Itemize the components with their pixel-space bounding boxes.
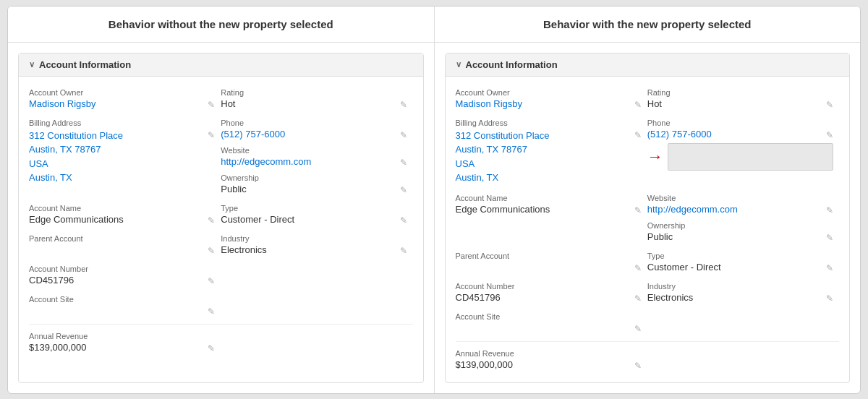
right-panel-title: Account Information [466, 59, 558, 70]
left-website-row: http://edgecomm.com ✎ [221, 156, 407, 168]
left-annual-revenue-edit-icon[interactable]: ✎ [208, 343, 215, 353]
columns-wrapper: Behavior without the new property select… [8, 7, 860, 393]
right-rating-label: Rating [647, 88, 833, 97]
right-ownership-value: Public [647, 231, 673, 242]
left-billing-label: Billing Address [29, 119, 215, 127]
right-account-number-value: CD451796 [456, 292, 501, 303]
right-website-value[interactable]: http://edgecomm.com [647, 204, 738, 215]
right-ownership-edit-icon[interactable]: ✎ [826, 233, 833, 243]
right-phone-label: Phone [647, 119, 833, 127]
left-annual-revenue-value: $139,000,000 [29, 342, 87, 353]
right-annual-revenue-label: Annual Revenue [456, 349, 642, 358]
right-account-number-row: CD451796 ✎ [456, 292, 642, 304]
left-type-edit-icon[interactable]: ✎ [400, 215, 407, 226]
right-chevron-icon: ∨ [456, 60, 461, 69]
left-phone-value[interactable]: (512) 757-6000 [221, 129, 285, 140]
right-type-field: Type Customer - Direct ✎ [647, 247, 839, 278]
right-account-name-edit-icon[interactable]: ✎ [634, 205, 642, 215]
left-filler3 [221, 327, 412, 358]
left-panel-title: Account Information [39, 59, 131, 70]
right-industry-value: Electronics [647, 292, 694, 303]
left-account-site-row: ✎ [29, 305, 215, 317]
right-account-number-label: Account Number [456, 282, 642, 291]
left-account-owner-value[interactable]: Madison Rigsby [29, 98, 96, 109]
left-website-value[interactable]: http://edgecomm.com [221, 156, 311, 167]
left-rating-field: Rating Hot ✎ [221, 84, 412, 114]
left-billing-value[interactable]: 312 Constitution Place Austin, TX 78767 … [29, 129, 123, 185]
left-billing-edit-icon[interactable]: ✎ [208, 130, 215, 140]
left-phone-row: (512) 757-6000 ✎ [221, 129, 407, 140]
left-account-name-value: Edge Communications [29, 214, 124, 225]
left-account-site-label: Account Site [29, 295, 215, 304]
left-industry-field: Industry Electronics ✎ [221, 230, 412, 260]
right-parent-account-edit-icon[interactable]: ✎ [634, 263, 642, 273]
right-industry-edit-icon[interactable]: ✎ [826, 293, 833, 304]
left-phone-label: Phone [221, 119, 407, 127]
left-account-number-field: Account Number CD451796 ✎ [29, 260, 221, 291]
left-phone-edit-icon[interactable]: ✎ [400, 130, 407, 140]
right-account-name-label: Account Name [456, 194, 642, 202]
left-account-number-value: CD451796 [29, 275, 74, 286]
left-account-name-edit-icon[interactable]: ✎ [208, 215, 215, 226]
right-phone-edit-icon[interactable]: ✎ [826, 130, 833, 140]
left-type-label: Type [221, 204, 407, 213]
left-account-name-label: Account Name [29, 204, 215, 213]
left-annual-revenue-row: $139,000,000 ✎ [29, 342, 215, 353]
left-account-number-label: Account Number [29, 265, 215, 273]
right-annual-revenue-row: $139,000,000 ✎ [456, 359, 642, 371]
right-phone-highlight-col: Phone (512) 757-6000 ✎ → [647, 114, 839, 189]
left-panel-body: Account Owner Madison Rigsby ✎ Rating Ho… [19, 77, 423, 365]
right-parent-account-row: ✎ [456, 262, 642, 273]
left-parent-account-edit-icon[interactable]: ✎ [208, 246, 215, 256]
left-column-header: Behavior without the new property select… [8, 7, 434, 43]
left-billing-row: 312 Constitution Place Austin, TX 78767 … [29, 129, 215, 185]
right-account-owner-label: Account Owner [456, 88, 642, 97]
left-ownership-row: Public ✎ [221, 184, 407, 195]
left-industry-value: Electronics [221, 244, 267, 255]
left-annual-revenue-field: Annual Revenue $139,000,000 ✎ [29, 327, 221, 358]
main-container: Behavior without the new property select… [7, 6, 861, 394]
right-account-number-field: Account Number CD451796 ✎ [456, 278, 647, 308]
left-website-label: Website [221, 146, 407, 155]
right-account-name-field: Account Name Edge Communications ✎ [456, 189, 647, 247]
left-parent-account-label: Parent Account [29, 234, 215, 243]
right-panel: ∨ Account Information Account Owner Madi… [445, 53, 851, 383]
right-account-name-row: Edge Communications ✎ [456, 204, 642, 215]
left-rating-edit-icon[interactable]: ✎ [400, 100, 407, 110]
left-panel: ∨ Account Information Account Owner Madi… [18, 53, 424, 383]
left-account-owner-edit-icon[interactable]: ✎ [208, 100, 215, 110]
left-parent-account-row: ✎ [29, 244, 215, 256]
left-column: Behavior without the new property select… [8, 7, 435, 393]
left-website-edit-icon[interactable]: ✎ [400, 158, 407, 168]
right-account-owner-value[interactable]: Madison Rigsby [456, 98, 523, 109]
left-ownership-edit-icon[interactable]: ✎ [400, 185, 407, 195]
right-panel-header: ∨ Account Information [446, 53, 850, 77]
right-type-row: Customer - Direct ✎ [647, 262, 833, 273]
left-industry-row: Electronics ✎ [221, 244, 407, 256]
left-rating-label: Rating [221, 88, 407, 97]
right-annual-revenue-edit-icon[interactable]: ✎ [634, 361, 642, 371]
right-website-edit-icon[interactable]: ✎ [826, 205, 833, 215]
left-account-owner-field: Account Owner Madison Rigsby ✎ [29, 84, 221, 114]
left-account-name-row: Edge Communications ✎ [29, 214, 215, 226]
right-industry-label: Industry [647, 282, 833, 291]
left-industry-label: Industry [221, 234, 407, 243]
right-website-row: http://edgecomm.com ✎ [647, 204, 833, 215]
left-account-site-edit-icon[interactable]: ✎ [208, 306, 215, 317]
right-rating-row: Hot ✎ [647, 98, 833, 110]
right-parent-account-label: Parent Account [456, 252, 642, 260]
right-billing-edit-icon[interactable]: ✎ [634, 130, 642, 140]
right-account-number-edit-icon[interactable]: ✎ [634, 293, 642, 304]
right-account-owner-edit-icon[interactable]: ✎ [634, 100, 642, 110]
right-phone-value[interactable]: (512) 757-6000 [647, 129, 712, 140]
left-account-site-field: Account Site ✎ [29, 291, 221, 321]
left-account-number-edit-icon[interactable]: ✎ [208, 276, 215, 286]
right-account-site-row: ✎ [456, 322, 642, 334]
right-type-edit-icon[interactable]: ✎ [826, 263, 833, 273]
right-account-site-edit-icon[interactable]: ✎ [634, 324, 642, 334]
right-billing-value[interactable]: 312 Constitution Place Austin, TX 78767 … [456, 129, 550, 185]
left-industry-edit-icon[interactable]: ✎ [400, 246, 407, 256]
right-rating-edit-icon[interactable]: ✎ [826, 100, 833, 110]
right-type-label: Type [647, 252, 833, 260]
right-panel-body: Account Owner Madison Rigsby ✎ Rating Ho… [446, 77, 850, 382]
